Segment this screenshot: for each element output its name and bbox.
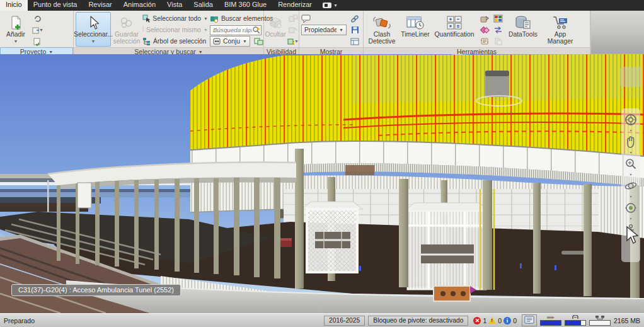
chevron-down-icon: ▼: [91, 38, 96, 45]
clash-label-1: Clash: [374, 31, 390, 38]
zoom-icon[interactable]: [623, 156, 638, 172]
chevron-down-icon: ▾: [630, 129, 631, 132]
panel-herramientas: Clash Detective TimeLiner Quantification: [364, 11, 590, 54]
save-selection-button[interactable]: Guardar selección: [113, 12, 141, 47]
tab-salida[interactable]: Salida: [188, 0, 219, 11]
reset-all-button[interactable]: [32, 36, 44, 47]
sheet-list-icon: [524, 316, 534, 324]
hide-unselected-button[interactable]: [287, 25, 299, 35]
sheet-range-button[interactable]: 2016-2025: [324, 316, 365, 326]
datatools-button[interactable]: DataTools: [506, 12, 540, 47]
append-file-button[interactable]: ▼: [32, 25, 44, 35]
chevron-down-icon: ▾: [630, 217, 631, 221]
mouse-cursor: [625, 226, 639, 244]
autodesk-rendering-button[interactable]: [478, 13, 491, 24]
warning-icon: [488, 317, 496, 324]
tooltips-button[interactable]: [301, 13, 347, 24]
unhide-all-button[interactable]: ▼: [287, 36, 299, 47]
add-button-label: Añadir: [6, 31, 25, 38]
save-selection-label-1: Guardar: [115, 31, 139, 38]
message-counters: ✕ 1 0 i 0: [471, 317, 519, 324]
animator-button[interactable]: [492, 13, 504, 24]
refresh-button[interactable]: [32, 13, 44, 24]
steering-wheel-icon[interactable]: [623, 112, 638, 128]
hide-cube-icon: [268, 14, 283, 31]
save-selection-icon: [119, 14, 134, 31]
error-count: 1: [483, 317, 486, 324]
add-button[interactable]: Añadir ▼: [2, 12, 30, 47]
quick-find-box: [210, 25, 262, 35]
save-selection-label-2: selección: [113, 38, 141, 45]
timeliner-button[interactable]: TimeLiner: [400, 12, 430, 47]
quantification-button[interactable]: Quantification: [432, 12, 476, 47]
pencil-icon: [546, 316, 555, 319]
app-manager-cart-icon: [551, 14, 569, 31]
sets-dropdown[interactable]: Conju ▼: [210, 36, 250, 47]
batch-utility-button[interactable]: [478, 36, 491, 47]
ribbon: Añadir ▼ ▼ Proyecto: [0, 11, 644, 54]
tab-bim360glue[interactable]: BIM 360 Glue: [219, 0, 272, 11]
compare-button[interactable]: [492, 25, 504, 35]
tab-inicio[interactable]: Inicio: [0, 0, 28, 11]
require-button[interactable]: [287, 13, 299, 24]
paste-button[interactable]: [492, 36, 504, 47]
selection-tree-label: Árbol de selección: [153, 38, 206, 45]
look-icon[interactable]: [623, 200, 638, 216]
3d-viewport[interactable]: C31(37)-G20(4) : Acceso Ambulancia Tunel…: [0, 54, 644, 313]
properties-palette-button[interactable]: [348, 36, 361, 47]
chevron-down-icon: ▼: [49, 50, 53, 54]
manage-sets-button[interactable]: [253, 36, 265, 47]
app-manager-label: App Manager: [543, 31, 578, 45]
links-button[interactable]: [348, 13, 361, 24]
select-same-icon: [142, 26, 144, 34]
quick-find-icon: [252, 26, 260, 34]
viewcube-panel[interactable]: [620, 67, 641, 87]
chevron-down-icon: ▼: [198, 50, 203, 54]
quick-find-input[interactable]: [213, 26, 252, 33]
tab-revisar[interactable]: Revisar: [83, 0, 117, 11]
memory-usage: 2165 MB: [614, 317, 640, 324]
app-manager-button[interactable]: App Manager: [542, 12, 578, 47]
find-items-icon: [210, 15, 219, 23]
chevron-down-icon: ▼: [294, 39, 299, 43]
select-button-label: Seleccionar...: [74, 31, 113, 38]
chevron-down-icon: ▼: [339, 28, 343, 32]
magnet-icon: [572, 315, 579, 319]
record-video-button[interactable]: ▼: [323, 0, 338, 11]
pivot-lock-button[interactable]: Bloqueo de pivote: desactivado: [368, 316, 468, 326]
select-button[interactable]: Seleccionar... ▼: [76, 12, 111, 47]
chevron-down-icon: ▼: [204, 16, 208, 21]
quick-properties-save-button[interactable]: [348, 25, 361, 35]
tab-renderizar[interactable]: Renderizar: [272, 0, 318, 11]
kiosk-left: [301, 202, 363, 272]
tab-punto-de-vista[interactable]: Punto de vista: [28, 0, 83, 11]
clash-label-2: Detective: [369, 38, 396, 45]
ribbon-tab-bar: Inicio Punto de vista Revisar Animación …: [0, 0, 644, 11]
chevron-down-icon: ▼: [333, 3, 338, 8]
hide-button[interactable]: Ocultar: [266, 12, 285, 47]
document-add-icon: [8, 14, 23, 31]
web-progress-meter: [589, 315, 611, 326]
pencil-progress-meter: [540, 316, 561, 326]
orbit-icon[interactable]: [623, 178, 638, 194]
timeliner-label: TimeLiner: [401, 31, 429, 38]
timeliner-icon: [406, 14, 425, 31]
video-camera-icon: [323, 3, 331, 8]
selection-tree-button[interactable]: Árbol de selección: [142, 36, 208, 47]
pan-hand-icon[interactable]: [623, 134, 638, 150]
warning-count: 0: [498, 317, 502, 324]
clash-detective-button[interactable]: Clash Detective: [365, 12, 398, 47]
select-all-label: Seleccionar todo: [152, 15, 201, 22]
tab-animacion[interactable]: Animación: [118, 0, 161, 11]
selection-tree-icon: [142, 37, 151, 45]
sheet-browser-button[interactable]: [522, 314, 537, 326]
select-arrow-icon: [87, 14, 100, 31]
scripter-button[interactable]: [478, 25, 491, 35]
chevron-down-icon: ▼: [14, 38, 18, 45]
panel-visibilidad: Ocultar ▼ Visibilidad: [264, 11, 299, 54]
select-same-button[interactable]: Seleccionar mismo ▼: [142, 25, 208, 35]
select-all-button[interactable]: Seleccionar todo ▼: [142, 13, 208, 24]
sets-icon: [213, 38, 221, 45]
quick-properties-dropdown[interactable]: Propiedades rá... ▼: [301, 25, 347, 35]
tab-vista[interactable]: Vista: [161, 0, 188, 11]
